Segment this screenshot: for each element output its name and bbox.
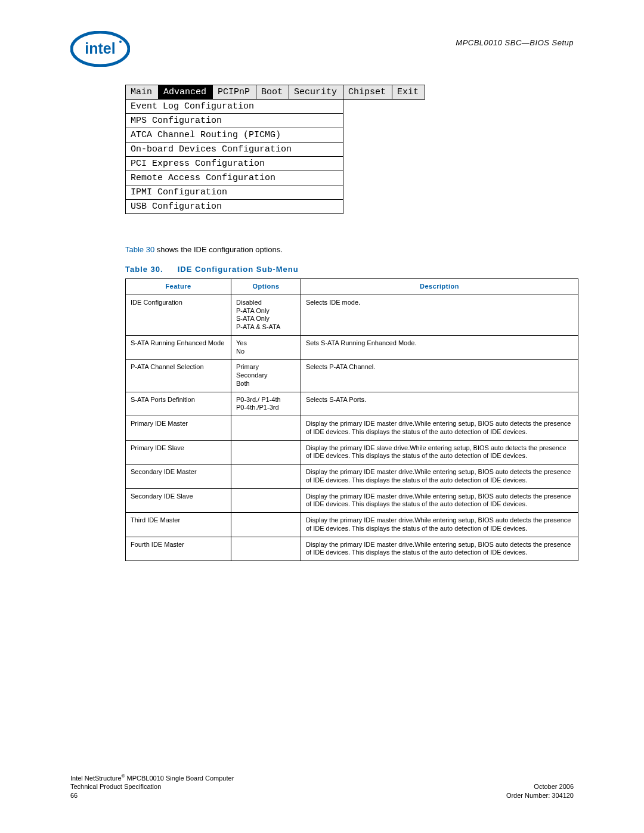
menu-item[interactable]: USB Configuration (126, 200, 343, 214)
cell-description: Display the primary IDE master drive.Whi… (301, 465, 578, 489)
cell-description: Display the primary IDE master drive.Whi… (301, 513, 578, 537)
intel-logo: intel (70, 31, 130, 67)
page-footer: Intel NetStructure® MPCBL0010 Single Boa… (70, 773, 574, 800)
cell-description: Selects S-ATA Ports. (301, 392, 578, 416)
intro-paragraph: Table 30 shows the IDE configuration opt… (125, 245, 574, 254)
table-row: P-ATA Channel SelectionPrimary Secondary… (126, 360, 578, 392)
tab-pcipnp[interactable]: PCIPnP (213, 85, 256, 100)
cell-feature: Secondary IDE Slave (126, 488, 231, 513)
table-ref-link[interactable]: Table 30 (125, 245, 154, 254)
cell-description: Sets S-ATA Running Enhanced Mode. (301, 335, 578, 360)
ide-config-table: Feature Options Description IDE Configur… (125, 278, 578, 561)
tab-main[interactable]: Main (126, 85, 159, 100)
cell-options (231, 440, 301, 465)
cell-description: Display the primary IDE master drive.Whi… (301, 537, 578, 561)
cell-feature: P-ATA Channel Selection (126, 360, 231, 392)
menu-item[interactable]: PCI Express Configuration (126, 157, 343, 171)
cell-feature: IDE Configuration (126, 295, 231, 335)
table-row: S-ATA Ports DefinitionP0-3rd./ P1-4th P0… (126, 392, 578, 416)
cell-options (231, 537, 301, 561)
table-row: Primary IDE MasterDisplay the primary ID… (126, 416, 578, 441)
caption-title: IDE Configuration Sub-Menu (178, 265, 299, 274)
bios-menu-tabs-row: Main Advanced PCIPnP Boot Security Chips… (126, 85, 425, 100)
col-feature: Feature (126, 279, 231, 295)
cell-options (231, 416, 301, 441)
menu-item[interactable]: On-board Devices Configuration (126, 143, 343, 157)
table-row: Secondary IDE MasterDisplay the primary … (126, 465, 578, 489)
tab-chipset[interactable]: Chipset (343, 85, 392, 100)
footer-date: October 2006 (506, 782, 574, 791)
menu-item[interactable]: IPMI Configuration (126, 185, 343, 200)
table-caption: Table 30.IDE Configuration Sub-Menu (125, 265, 574, 274)
cell-feature: Secondary IDE Master (126, 465, 231, 489)
table-row: Fourth IDE MasterDisplay the primary IDE… (126, 537, 578, 561)
cell-feature: S-ATA Ports Definition (126, 392, 231, 416)
table-row: Primary IDE SlaveDisplay the primary IDE… (126, 440, 578, 465)
cell-feature: Primary IDE Slave (126, 440, 231, 465)
bios-menu-table: Main Advanced PCIPnP Boot Security Chips… (125, 85, 425, 214)
col-options: Options (231, 279, 301, 295)
table-row: Secondary IDE SlaveDisplay the primary I… (126, 488, 578, 513)
caption-number: Table 30. (125, 265, 163, 274)
cell-options: P0-3rd./ P1-4th P0-4th./P1-3rd (231, 392, 301, 416)
svg-text:intel: intel (85, 40, 115, 57)
cell-feature: S-ATA Running Enhanced Mode (126, 335, 231, 360)
cell-options: Disabled P-ATA Only S-ATA Only P-ATA & S… (231, 295, 301, 335)
cell-description: Display the primary IDE master drive.Whi… (301, 416, 578, 441)
menu-item[interactable]: ATCA Channel Routing (PICMG) (126, 128, 343, 143)
cell-description: Selects P-ATA Channel. (301, 360, 578, 392)
tab-exit[interactable]: Exit (392, 85, 425, 100)
table-row: S-ATA Running Enhanced ModeYes NoSets S-… (126, 335, 578, 360)
cell-description: Selects IDE mode. (301, 295, 578, 335)
footer-spec: Technical Product Specification (70, 782, 234, 791)
tab-advanced[interactable]: Advanced (159, 85, 213, 100)
footer-product-2: MPCBL0010 Single Board Computer (125, 775, 234, 782)
tab-boot[interactable]: Boot (256, 85, 289, 100)
svg-point-2 (119, 41, 122, 43)
table-row: Third IDE MasterDisplay the primary IDE … (126, 513, 578, 537)
cell-options (231, 465, 301, 489)
cell-description: Display the primary IDE master drive.Whi… (301, 488, 578, 513)
footer-product: Intel NetStructure (70, 775, 122, 782)
footer-page-number: 66 (70, 791, 234, 800)
cell-feature: Fourth IDE Master (126, 537, 231, 561)
cell-feature: Primary IDE Master (126, 416, 231, 441)
cell-options (231, 513, 301, 537)
intro-rest: shows the IDE configuration options. (154, 245, 283, 254)
doc-header-title: MPCBL0010 SBC—BIOS Setup (456, 31, 574, 47)
col-description: Description (301, 279, 578, 295)
table-row: IDE ConfigurationDisabled P-ATA Only S-A… (126, 295, 578, 335)
menu-item[interactable]: Event Log Configuration (126, 100, 343, 114)
cell-options: Primary Secondary Both (231, 360, 301, 392)
cell-feature: Third IDE Master (126, 513, 231, 537)
cell-options: Yes No (231, 335, 301, 360)
cell-options (231, 488, 301, 513)
cell-description: Display the primary IDE slave drive.Whil… (301, 440, 578, 465)
menu-item[interactable]: MPS Configuration (126, 114, 343, 128)
tab-security[interactable]: Security (289, 85, 343, 100)
menu-item[interactable]: Remote Access Configuration (126, 171, 343, 185)
footer-order-number: Order Number: 304120 (506, 791, 574, 800)
